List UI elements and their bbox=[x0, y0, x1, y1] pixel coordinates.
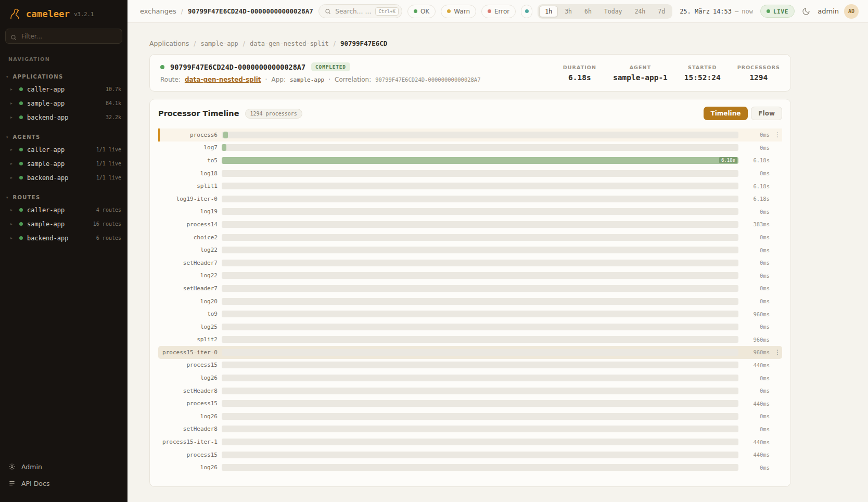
admin-link[interactable]: Admin bbox=[8, 459, 119, 474]
processor-name[interactable]: to5 bbox=[159, 157, 218, 164]
timeline-row[interactable]: log26 0ms ⋮ bbox=[158, 371, 782, 384]
section-header-agents[interactable]: ▾ AGENTS bbox=[0, 132, 127, 143]
timeline-row[interactable]: process15 440ms ⋮ bbox=[158, 359, 782, 372]
sidebar-item-routes-backend-app[interactable]: ▸ backend-app 6 routes bbox=[0, 231, 127, 245]
processor-name[interactable]: log19-iter-0 bbox=[159, 196, 218, 202]
sidebar-item-agents-sample-app[interactable]: ▸ sample-app 1/1 live bbox=[0, 157, 127, 171]
timeline-row[interactable]: log18 0ms ⋮ bbox=[158, 167, 782, 180]
row-menu-button[interactable]: ⋮ bbox=[774, 349, 781, 356]
breadcrumb-route[interactable]: data-gen-nested-split bbox=[250, 40, 329, 47]
processor-name[interactable]: process15 bbox=[159, 400, 218, 407]
processor-name[interactable]: log20 bbox=[159, 298, 218, 305]
api-docs-label: API Docs bbox=[21, 480, 49, 487]
processor-name[interactable]: log22 bbox=[159, 272, 218, 279]
timeline-row[interactable]: log22 0ms ⋮ bbox=[158, 269, 782, 282]
timeline-row[interactable]: log25 0ms ⋮ bbox=[158, 320, 782, 333]
processor-name[interactable]: log26 bbox=[159, 413, 218, 420]
processor-name[interactable]: log22 bbox=[159, 247, 218, 253]
chevron-right-icon: ▸ bbox=[10, 87, 15, 92]
timeline-view-button[interactable]: Timeline bbox=[704, 107, 748, 120]
time-range-button[interactable]: 6h bbox=[579, 6, 597, 17]
dark-mode-toggle[interactable] bbox=[800, 5, 812, 18]
status-filter-warn[interactable]: Warn bbox=[441, 5, 476, 18]
timeline-row[interactable]: process15 440ms ⋮ bbox=[158, 448, 782, 461]
time-range-button[interactable]: 3h bbox=[559, 6, 578, 17]
search-icon bbox=[10, 33, 17, 43]
timeline-row[interactable]: process6 0ms ⋮ bbox=[158, 128, 782, 141]
section-applications: ▾ APPLICATIONS ▸ caller-app 10.7k ▸ samp… bbox=[0, 71, 127, 124]
processor-name[interactable]: process15 bbox=[159, 362, 218, 368]
processor-name[interactable]: log26 bbox=[159, 375, 218, 381]
processor-name[interactable]: split2 bbox=[159, 336, 218, 343]
processor-name[interactable]: process6 bbox=[159, 132, 218, 138]
time-range-button[interactable]: 24h bbox=[629, 6, 651, 17]
time-range-button[interactable]: 1h bbox=[539, 6, 558, 17]
bar-label: 6.18s bbox=[719, 157, 737, 163]
timeline-row[interactable]: process15-iter-1 440ms ⋮ bbox=[158, 435, 782, 448]
live-toggle[interactable]: LIVE bbox=[760, 5, 795, 18]
date-range-display[interactable]: 25. März 14:53 — now bbox=[680, 8, 753, 15]
status-filter-ok[interactable]: OK bbox=[407, 5, 436, 18]
sidebar-item-routes-sample-app[interactable]: ▸ sample-app 16 routes bbox=[0, 217, 127, 231]
status-filter-error[interactable]: Error bbox=[481, 5, 516, 18]
api-docs-link[interactable]: API Docs bbox=[8, 476, 119, 491]
processor-name[interactable]: setHeader8 bbox=[159, 388, 218, 394]
processor-name[interactable]: split1 bbox=[159, 183, 218, 189]
processor-name[interactable]: log19 bbox=[159, 208, 218, 215]
processor-name[interactable]: to9 bbox=[159, 311, 218, 317]
timeline-row[interactable]: split1 6.18s ⋮ bbox=[158, 179, 782, 192]
timeline-row[interactable]: split2 960ms ⋮ bbox=[158, 333, 782, 346]
timeline-row[interactable]: to9 960ms ⋮ bbox=[158, 307, 782, 320]
avatar[interactable]: AD bbox=[844, 4, 859, 19]
processor-name[interactable]: log7 bbox=[159, 144, 218, 151]
processor-name[interactable]: log18 bbox=[159, 170, 218, 177]
breadcrumb-applications[interactable]: Applications bbox=[149, 40, 189, 47]
processor-name[interactable]: setHeader8 bbox=[159, 426, 218, 432]
timeline-row[interactable]: setHeader8 0ms ⋮ bbox=[158, 384, 782, 397]
row-menu-button[interactable]: ⋮ bbox=[774, 131, 781, 138]
timeline-row[interactable]: log26 0ms ⋮ bbox=[158, 410, 782, 423]
timeline-row[interactable]: setHeader7 0ms ⋮ bbox=[158, 256, 782, 269]
timeline-row[interactable]: process14 383ms ⋮ bbox=[158, 218, 782, 231]
timeline-row[interactable]: setHeader8 0ms ⋮ bbox=[158, 423, 782, 436]
processor-name[interactable]: process15-iter-1 bbox=[159, 439, 218, 445]
status-filter-extra[interactable] bbox=[521, 5, 532, 18]
global-search[interactable]: Search… … Ctrl+K bbox=[318, 4, 402, 18]
timeline-row[interactable]: setHeader7 0ms ⋮ bbox=[158, 282, 782, 295]
time-range-button[interactable]: 7d bbox=[652, 6, 671, 17]
timeline-row[interactable]: choice2 0ms ⋮ bbox=[158, 231, 782, 244]
filter-input[interactable] bbox=[5, 29, 122, 44]
sidebar-item-agents-caller-app[interactable]: ▸ caller-app 1/1 live bbox=[0, 143, 127, 157]
processor-name[interactable]: setHeader7 bbox=[159, 260, 218, 266]
sidebar-item-routes-caller-app[interactable]: ▸ caller-app 4 routes bbox=[0, 203, 127, 217]
section-header-applications[interactable]: ▾ APPLICATIONS bbox=[0, 71, 127, 82]
row-duration: 0ms bbox=[743, 285, 770, 291]
timeline-row[interactable]: process15 440ms ⋮ bbox=[158, 397, 782, 410]
timeline-row[interactable]: process15-iter-0 960ms ⋮ bbox=[158, 346, 782, 359]
time-range-button[interactable]: Today bbox=[598, 6, 628, 17]
processor-name[interactable]: process14 bbox=[159, 221, 218, 228]
timeline-row[interactable]: log26 0ms ⋮ bbox=[158, 461, 782, 474]
timeline-row[interactable]: to5 6.18s 6.18s ⋮ bbox=[158, 154, 782, 167]
section-header-routes[interactable]: ▾ ROUTES bbox=[0, 192, 127, 203]
timeline-row[interactable]: log20 0ms ⋮ bbox=[158, 295, 782, 308]
sidebar-item-applications-backend-app[interactable]: ▸ backend-app 32.2k bbox=[0, 110, 127, 124]
processor-name[interactable]: process15-iter-0 bbox=[159, 349, 218, 356]
breadcrumb-sample-app[interactable]: sample-app bbox=[201, 40, 238, 47]
processor-name[interactable]: choice2 bbox=[159, 234, 218, 241]
processor-name[interactable]: log26 bbox=[159, 464, 218, 471]
sidebar-item-agents-backend-app[interactable]: ▸ backend-app 1/1 live bbox=[0, 171, 127, 185]
timeline-row[interactable]: log7 0ms ⋮ bbox=[158, 141, 782, 155]
flow-view-button[interactable]: Flow bbox=[751, 107, 782, 120]
timeline-row[interactable]: log19-iter-0 6.18s ⋮ bbox=[158, 192, 782, 205]
timeline-row[interactable]: log22 0ms ⋮ bbox=[158, 243, 782, 256]
sidebar-item-applications-sample-app[interactable]: ▸ sample-app 84.1k bbox=[0, 96, 127, 110]
processor-name[interactable]: process15 bbox=[159, 452, 218, 458]
breadcrumb-exchanges-link[interactable]: exchanges bbox=[140, 7, 176, 15]
route-link[interactable]: data-gen-nested-split bbox=[185, 76, 261, 83]
timeline-row[interactable]: log19 0ms ⋮ bbox=[158, 205, 782, 218]
warn-dot bbox=[447, 9, 451, 13]
sidebar-item-applications-caller-app[interactable]: ▸ caller-app 10.7k bbox=[0, 82, 127, 96]
processor-name[interactable]: setHeader7 bbox=[159, 285, 218, 292]
processor-name[interactable]: log25 bbox=[159, 324, 218, 330]
